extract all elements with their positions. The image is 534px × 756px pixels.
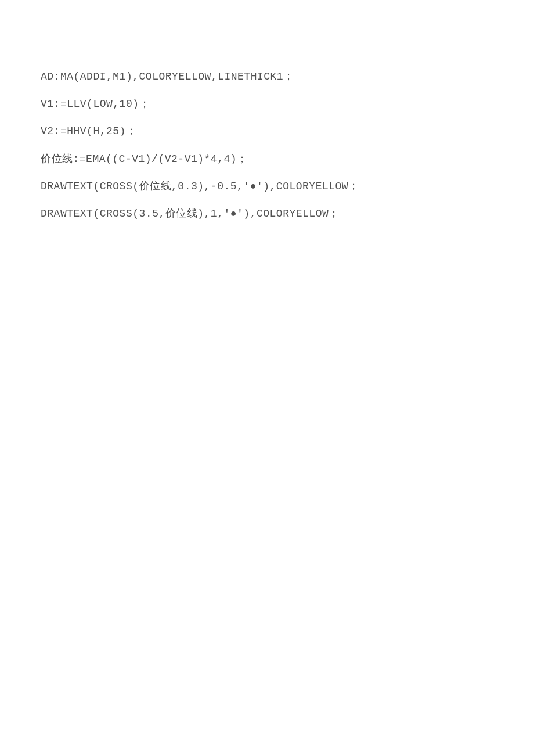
- code-line-2: V1:=LLV(LOW,10)；: [41, 97, 493, 111]
- code-line-5: DRAWTEXT(CROSS(价位线,0.3),-0.5,'●'),COLORY…: [41, 179, 493, 194]
- code-line-6: DRAWTEXT(CROSS(3.5,价位线),1,'●'),COLORYELL…: [41, 207, 493, 221]
- code-line-1: AD:MA(ADDI,M1),COLORYELLOW,LINETHICK1；: [41, 70, 493, 84]
- code-line-3: V2:=HHV(H,25)；: [41, 124, 493, 139]
- code-line-4: 价位线:=EMA((C-V1)/(V2-V1)*4,4)；: [41, 152, 493, 167]
